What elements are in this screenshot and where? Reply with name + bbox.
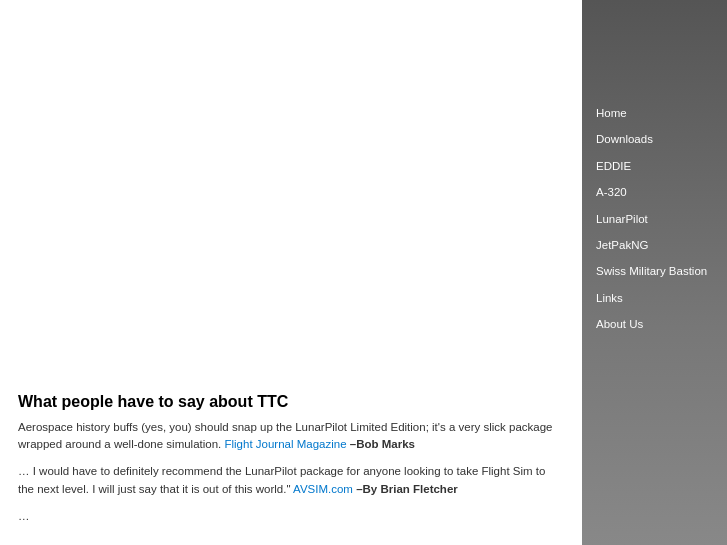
nav-item-downloads[interactable]: Downloads [582, 126, 727, 152]
nav-item-swiss[interactable]: Swiss Military Bastion [582, 258, 727, 284]
main-content: What people have to say about TTC Aerosp… [0, 0, 582, 545]
text-area: What people have to say about TTC Aerosp… [0, 377, 582, 545]
quote-2-link[interactable]: AVSIM.com [293, 483, 353, 495]
sidebar: HomeDownloadsEDDIEA-320LunarPilotJetPakN… [582, 0, 727, 545]
nav-item-about[interactable]: About Us [582, 311, 727, 337]
nav-item-links[interactable]: Links [582, 285, 727, 311]
nav-item-eddie[interactable]: EDDIE [582, 153, 727, 179]
quote-2-author: –By Brian Fletcher [353, 483, 458, 495]
page-title: What people have to say about TTC [18, 393, 564, 411]
quote-3-text: … [18, 510, 30, 522]
nav-item-jetpakng[interactable]: JetPakNG [582, 232, 727, 258]
nav-item-home[interactable]: Home [582, 100, 727, 126]
quote-1-author: –Bob Marks [347, 438, 415, 450]
quote-1: Aerospace history buffs (yes, you) shoul… [18, 419, 564, 454]
quote-2-text-before: … I would have to definitely recommend t… [18, 465, 545, 494]
quote-2: … I would have to definitely recommend t… [18, 463, 564, 498]
quote-3: … [18, 508, 564, 525]
nav-item-a320[interactable]: A-320 [582, 179, 727, 205]
quote-1-link[interactable]: Flight Journal Magazine [224, 438, 346, 450]
nav-item-lunarpilot[interactable]: LunarPilot [582, 206, 727, 232]
